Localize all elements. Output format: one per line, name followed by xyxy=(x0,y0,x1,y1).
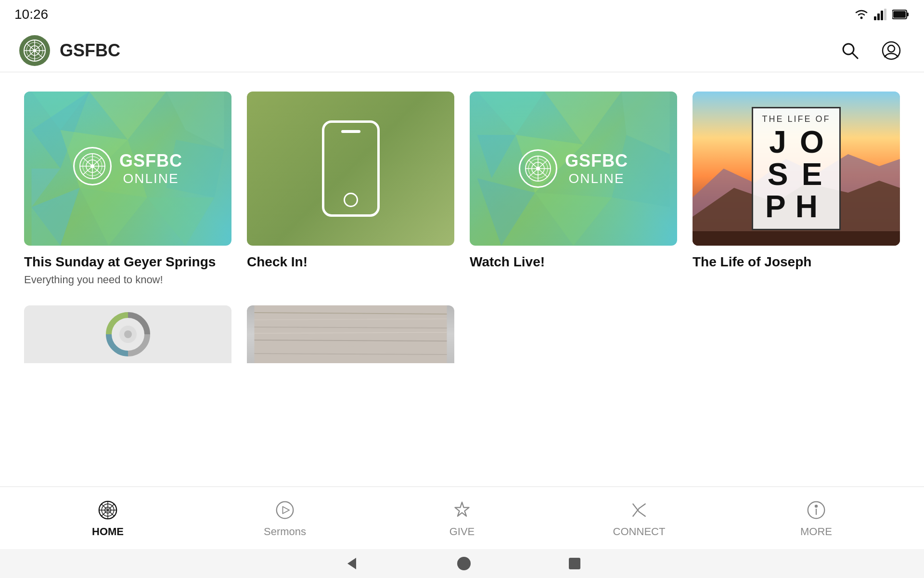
svg-point-89 xyxy=(457,557,471,570)
home-icon xyxy=(98,500,117,520)
joseph-header: THE LIFE OF xyxy=(762,114,830,124)
svg-marker-31 xyxy=(80,188,147,246)
more-icon-container xyxy=(805,499,828,522)
nav-label-more: MORE xyxy=(800,525,832,538)
card-partial-2[interactable] xyxy=(247,305,454,363)
nav-item-more[interactable]: MORE xyxy=(783,499,850,538)
card-partial-1-image xyxy=(24,305,231,363)
svg-point-78 xyxy=(277,501,294,518)
main-content: GSFBC ONLINE This Sunday at Geyer Spring… xyxy=(0,72,924,515)
svg-point-0 xyxy=(860,17,863,19)
card-watchlive-title: Watch Live! xyxy=(470,253,677,271)
battery-icon xyxy=(892,9,910,20)
svg-line-83 xyxy=(633,504,639,512)
give-star-icon xyxy=(452,500,472,520)
card-sunday-title: This Sunday at Geyer Springs xyxy=(24,253,231,271)
nav-item-home[interactable]: HOME xyxy=(74,499,141,538)
home-icon-container xyxy=(96,499,119,522)
nav-label-connect: CONNECT xyxy=(613,525,666,538)
svg-point-77 xyxy=(106,509,109,511)
back-icon xyxy=(343,555,360,572)
svg-rect-6 xyxy=(907,13,909,16)
svg-rect-4 xyxy=(884,9,886,20)
recents-icon xyxy=(568,557,581,570)
svg-line-17 xyxy=(852,53,858,58)
joseph-letters: JO SE PH xyxy=(762,126,830,223)
nav-item-sermons[interactable]: Sermons xyxy=(251,499,319,538)
svg-marker-21 xyxy=(90,92,167,140)
svg-rect-3 xyxy=(881,11,883,20)
svg-marker-40 xyxy=(477,92,545,135)
card-checkin[interactable]: Check In! xyxy=(247,92,454,286)
svg-marker-47 xyxy=(535,193,612,246)
nav-label-sermons: Sermons xyxy=(264,525,306,538)
svg-rect-7 xyxy=(893,11,906,18)
card-joseph-title: The Life of Joseph xyxy=(693,253,900,271)
svg-point-19 xyxy=(888,45,895,52)
card-joseph-image: THE LIFE OF JO SE PH xyxy=(693,92,900,246)
app-title: GSFBC xyxy=(60,40,836,61)
svg-line-81 xyxy=(633,508,639,516)
status-icons xyxy=(854,9,910,20)
sermons-icon-container xyxy=(273,499,296,522)
status-bar: 10:26 xyxy=(0,0,924,29)
svg-point-61 xyxy=(124,330,132,338)
gsfbc-logo-icon-1 xyxy=(78,152,107,181)
card-sunday-image: GSFBC ONLINE xyxy=(24,92,231,246)
app-logo[interactable] xyxy=(19,35,50,66)
bottom-nav: HOME Sermons GIVE CONNE xyxy=(0,486,924,549)
connect-icon xyxy=(629,500,649,520)
card-joseph[interactable]: THE LIFE OF JO SE PH The Life of Joseph xyxy=(693,92,900,286)
card-watchlive[interactable]: GSFBC ONLINE Watch Live! xyxy=(470,92,677,286)
profile-icon xyxy=(882,41,901,60)
svg-rect-90 xyxy=(569,558,580,569)
gsfbc-logo-icon-2 xyxy=(524,154,552,183)
card-checkin-image xyxy=(247,92,454,246)
wheel-icon xyxy=(104,310,152,358)
svg-line-82 xyxy=(639,504,645,508)
svg-point-87 xyxy=(815,505,818,507)
status-time: 10:26 xyxy=(14,7,48,22)
svg-marker-42 xyxy=(477,135,516,178)
svg-marker-29 xyxy=(147,197,215,246)
svg-marker-41 xyxy=(545,92,622,144)
card-sunday[interactable]: GSFBC ONLINE This Sunday at Geyer Spring… xyxy=(24,92,231,286)
app-bar-actions xyxy=(836,37,905,64)
nav-label-give: GIVE xyxy=(449,525,475,538)
wifi-icon xyxy=(854,9,869,20)
card-checkin-title: Check In! xyxy=(247,253,454,271)
svg-rect-2 xyxy=(877,13,880,20)
svg-marker-80 xyxy=(455,502,469,516)
svg-marker-88 xyxy=(347,558,356,569)
svg-rect-1 xyxy=(874,16,876,20)
recents-button[interactable] xyxy=(568,557,581,570)
search-icon xyxy=(840,41,860,60)
svg-marker-79 xyxy=(282,506,289,513)
card-partial-2-image xyxy=(247,305,454,363)
logo-icon xyxy=(23,39,47,63)
phone-illustration xyxy=(322,120,380,217)
nav-item-connect[interactable]: CONNECT xyxy=(605,499,673,538)
card-partial-1[interactable] xyxy=(24,305,231,363)
signal-icon xyxy=(874,9,887,20)
nav-item-give[interactable]: GIVE xyxy=(428,499,496,538)
system-nav xyxy=(0,549,924,578)
profile-button[interactable] xyxy=(878,37,905,64)
card-sunday-subtitle: Everything you need to know! xyxy=(24,274,231,286)
wood-texture xyxy=(247,305,454,363)
card-watchlive-image: GSFBC ONLINE xyxy=(470,92,677,246)
connect-icon-container xyxy=(628,499,651,522)
cards-row-1: GSFBC ONLINE This Sunday at Geyer Spring… xyxy=(24,92,900,286)
more-info-icon xyxy=(807,500,826,520)
svg-line-84 xyxy=(639,512,645,516)
back-button[interactable] xyxy=(343,555,360,572)
sermons-play-icon xyxy=(275,500,295,520)
nav-label-home: HOME xyxy=(92,525,124,538)
give-icon-container xyxy=(450,499,474,522)
search-button[interactable] xyxy=(836,37,863,64)
cards-row-2 xyxy=(24,305,900,363)
svg-marker-46 xyxy=(477,178,535,246)
app-bar: GSFBC xyxy=(0,29,924,72)
home-button[interactable] xyxy=(456,556,472,571)
home-circle-icon xyxy=(456,556,472,571)
